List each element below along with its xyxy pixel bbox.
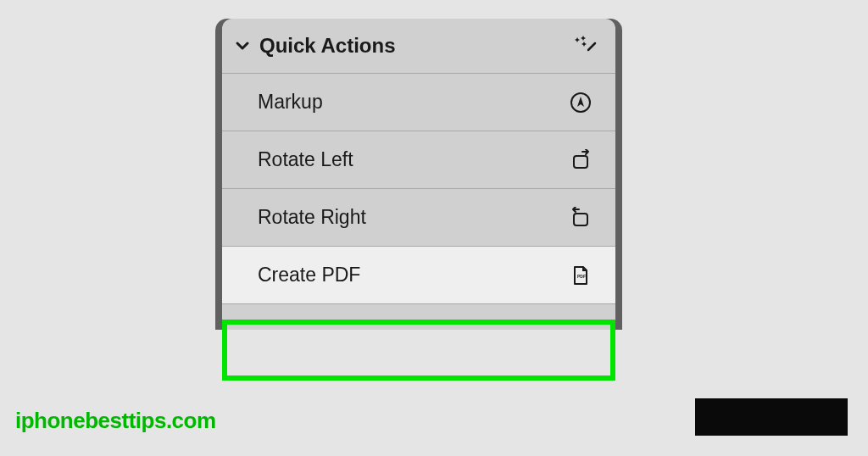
header-left: Quick Actions	[234, 34, 395, 58]
redaction-bar	[695, 398, 848, 436]
menu-item-create-pdf[interactable]: Create PDF PDF	[222, 247, 615, 304]
markup-icon	[570, 92, 592, 114]
menu-item-label: Rotate Left	[258, 148, 353, 171]
chevron-down-icon	[234, 37, 251, 54]
menu-item-label: Markup	[258, 91, 323, 114]
pdf-icon: PDF	[570, 264, 592, 286]
menu-item-label: Rotate Right	[258, 206, 366, 229]
menu-item-rotate-right[interactable]: Rotate Right	[222, 189, 615, 247]
svg-rect-1	[574, 156, 587, 168]
magic-wand-icon[interactable]	[575, 35, 597, 57]
svg-text:PDF: PDF	[577, 274, 586, 279]
svg-rect-2	[574, 214, 587, 225]
rotate-left-icon	[570, 149, 592, 171]
menu-panel: Quick Actions Markup Rotate Left	[222, 19, 615, 330]
rotate-right-icon	[570, 207, 592, 229]
menu-item-markup[interactable]: Markup	[222, 74, 615, 131]
menu-item-rotate-left[interactable]: Rotate Left	[222, 131, 615, 189]
quick-actions-menu: Quick Actions Markup Rotate Left	[215, 19, 622, 330]
menu-header[interactable]: Quick Actions	[222, 19, 615, 74]
menu-title: Quick Actions	[259, 34, 395, 58]
menu-item-partial[interactable]	[222, 304, 615, 330]
menu-item-label: Create PDF	[258, 264, 360, 286]
watermark-text: iphonebesttips.com	[15, 408, 216, 434]
